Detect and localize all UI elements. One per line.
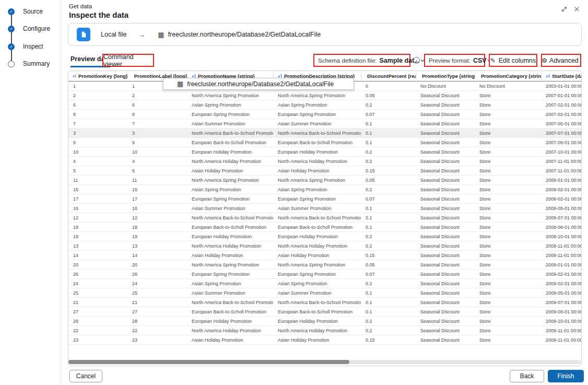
table-row[interactable]: 88European Spring PromotionEuropean Spri…	[68, 110, 581, 119]
column-header[interactable]: StartDate (datet	[541, 73, 582, 79]
table-row[interactable]: 1818European Back-to-Scholl PromotionEur…	[68, 223, 581, 232]
horizontal-scrollbar-thumb[interactable]	[68, 360, 349, 364]
table-cell: 26	[127, 272, 187, 277]
table-row[interactable]: 2323Asian Holiday PromotionAsian Holiday…	[68, 335, 581, 345]
table-row[interactable]: 33North America Back-to-School Promotion…	[68, 129, 581, 138]
table-cell: 0.07	[361, 196, 416, 202]
table-cell: North America Back-to-School Promotion	[187, 215, 273, 220]
table-cell: Asian Summer Promotion	[187, 121, 273, 126]
table-row[interactable]: 2525Asian Summer PromotionAsian Summer P…	[68, 288, 581, 298]
table-cell: 0.2	[361, 149, 416, 155]
pencil-icon: ✎	[490, 57, 496, 64]
table-row[interactable]: 2626European Spring PromotionEuropean Sp…	[68, 270, 581, 279]
data-preview-table: PromotionKey (long)PromotionLabel (long)…	[68, 71, 582, 366]
table-cell: 20	[127, 262, 187, 267]
column-header[interactable]: PromotionKey (long)	[68, 73, 127, 79]
table-row[interactable]: 44North America Holiday PromotionNorth A…	[68, 157, 581, 166]
table-cell: European Holiday Promotion	[187, 234, 273, 239]
table-cell: 10	[68, 149, 127, 155]
table-cell: Store	[475, 112, 541, 117]
table-row[interactable]: 1111North America Spring PromotionNorth …	[68, 176, 581, 185]
table-row[interactable]: 66Asian Spring PromotionAsian Spring Pro…	[68, 100, 581, 110]
preview-format-dropdown[interactable]: Preview format: CSV	[424, 54, 485, 67]
table-cell: European Back-to-Scholl Promotion	[273, 225, 361, 230]
table-cell: Asian Holiday Promotion	[187, 168, 273, 173]
sidebar-step-source[interactable]: ✓ Source	[8, 8, 43, 15]
table-cell: 0.1	[361, 290, 416, 296]
table-cell: Store	[475, 168, 541, 173]
table-cell: Asian Holiday Promotion	[273, 337, 361, 343]
table-row[interactable]: 1919European Holiday PromotionEuropean H…	[68, 232, 581, 241]
table-cell: Store	[475, 187, 541, 192]
column-header[interactable]: DiscountPercent (real)	[361, 73, 416, 79]
table-cell: 16	[127, 206, 187, 211]
table-cell: 0.05	[361, 93, 416, 98]
table-row[interactable]: 1616Asian Summer PromotionAsian Summer P…	[68, 204, 581, 213]
table-row[interactable]: 1717European Spring PromotionEuropean Sp…	[68, 194, 581, 204]
table-cell: Seasonal Discount	[416, 309, 475, 314]
horizontal-scrollbar-track[interactable]	[68, 360, 581, 364]
edit-columns-button[interactable]: ✎ Edit columns	[489, 54, 537, 67]
table-cell: 2009-11-01 00:00:0	[541, 328, 582, 333]
cancel-button[interactable]: Cancel	[69, 370, 102, 382]
table-row[interactable]: 99European Back-to-Scholl PromotionEurop…	[68, 138, 581, 147]
sidebar-step-summary[interactable]: Summary	[8, 60, 50, 67]
table-row[interactable]: 1313North America Holiday PromotionNorth…	[68, 241, 581, 251]
table-row[interactable]: 55Asian Holiday PromotionAsian Holiday P…	[68, 166, 581, 176]
table-row[interactable]: 2020North America Spring PromotionNorth …	[68, 260, 581, 270]
table-cell: 0.07	[361, 112, 416, 117]
table-cell: 2008-11-01 00:00:0	[541, 253, 582, 258]
column-header[interactable]: PromotionCategory (string)	[475, 73, 541, 79]
advanced-button[interactable]: ⚙ Advanced	[541, 54, 581, 67]
table-cell: 10	[127, 149, 187, 155]
table-row[interactable]: 1010European Holiday PromotionEuropean H…	[68, 147, 581, 157]
table-cell: Store	[475, 196, 541, 202]
finish-button[interactable]: Finish	[548, 370, 584, 382]
table-cell: 0.15	[361, 337, 416, 343]
column-header-label: DiscountPercent (real)	[367, 73, 416, 79]
table-cell: 4	[68, 159, 127, 164]
table-row[interactable]: 77Asian Summer PromotionAsian Summer Pro…	[68, 119, 581, 129]
table-cell: European Back-to-Scholl Promotion	[187, 140, 273, 145]
table-row[interactable]: 2121North America Back-to-School Promoti…	[68, 298, 581, 307]
table-cell: Asian Spring Promotion	[273, 102, 361, 108]
tab-command-viewer[interactable]: Command viewer	[102, 54, 154, 67]
table-cell: 2007-11-01 00:00:0	[541, 159, 582, 164]
sidebar-step-configure[interactable]: ✓ Configure	[8, 25, 50, 32]
table-cell: 0.15	[361, 168, 416, 173]
table-row[interactable]: 1212North America Back-to-School Promoti…	[68, 213, 581, 223]
table-row[interactable]: 2727European Back-to-Scholl PromotionEur…	[68, 307, 581, 317]
expand-icon[interactable]	[561, 5, 568, 13]
table-cell: 0.1	[361, 121, 416, 126]
info-icon[interactable]: i	[413, 57, 420, 64]
table-grid-icon: ▦	[177, 80, 183, 88]
close-icon[interactable]	[573, 5, 581, 13]
table-cell: Store	[475, 215, 541, 220]
back-button[interactable]: Back	[510, 370, 544, 382]
step-label: Summary	[23, 60, 50, 67]
column-header[interactable]: PromotionType (string)	[416, 73, 475, 79]
schema-definition-dropdown[interactable]: Schema definition file: Sample dat...	[313, 54, 410, 67]
table-cell: 2	[68, 93, 127, 98]
step-complete-icon: ✓	[8, 43, 15, 50]
table-cell: North America Spring Promotion	[273, 93, 361, 98]
table-row[interactable]: 1414Asian Holiday PromotionAsian Holiday…	[68, 251, 581, 260]
table-cell: Asian Summer Promotion	[187, 290, 273, 296]
table-cell: North America Holiday Promotion	[273, 243, 361, 249]
table-row[interactable]: 2828European Holiday PromotionEuropean H…	[68, 317, 581, 326]
table-cell: 0.2	[361, 234, 416, 239]
table-cell: 2008-11-01 00:00:0	[541, 243, 582, 249]
destination-tooltip: ▦ freecluster.northeurope/Database2/GetD…	[163, 78, 354, 90]
table-grid-icon: ▦	[158, 31, 164, 39]
table-cell: 2008-01-01 00:00:0	[541, 178, 582, 183]
sidebar-step-inspect[interactable]: ✓ Inspect	[8, 43, 43, 50]
table-row[interactable]: 2424Asian Spring PromotionAsian Spring P…	[68, 279, 581, 288]
table-row[interactable]: 2222North America Holiday PromotionNorth…	[68, 326, 581, 335]
table-cell: Seasonal Discount	[416, 300, 475, 305]
step-complete-icon: ✓	[8, 8, 15, 15]
table-row[interactable]: 22North America Spring PromotionNorth Am…	[68, 91, 581, 100]
table-cell: European Spring Promotion	[187, 196, 273, 202]
table-cell: 18	[127, 225, 187, 230]
table-row[interactable]: 1515Asian Spring PromotionAsian Spring P…	[68, 185, 581, 194]
table-cell: Seasonal Discount	[416, 168, 475, 173]
